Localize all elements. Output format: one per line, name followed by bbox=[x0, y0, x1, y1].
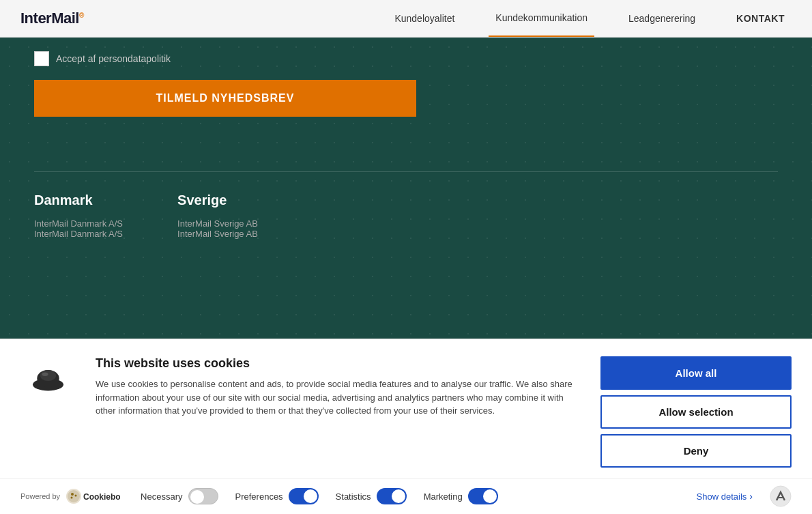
allow-selection-button[interactable]: Allow selection bbox=[600, 395, 792, 429]
site-logo: InterMail® bbox=[20, 10, 84, 27]
toggle-marketing[interactable] bbox=[468, 488, 498, 504]
toggle-label-statistics: Statistics bbox=[336, 491, 371, 502]
footer-sweden-line2: InterMail Sverige AB bbox=[177, 229, 258, 239]
svg-text:Cookiebot: Cookiebot bbox=[83, 492, 120, 502]
svg-point-10 bbox=[770, 486, 791, 506]
nav-kundekommunikation[interactable]: Kundekommunikation bbox=[489, 0, 594, 37]
cookie-buttons: Allow all Allow selection Deny bbox=[600, 356, 792, 468]
privacy-checkbox[interactable] bbox=[34, 51, 49, 66]
toggle-label-necessary: Necessary bbox=[141, 491, 182, 502]
toggle-label-preferences: Preferences bbox=[235, 491, 283, 502]
cookie-main: This website uses cookies We use cookies… bbox=[0, 339, 812, 479]
cookie-title: This website uses cookies bbox=[96, 356, 580, 371]
cookie-toggles: Necessary Preferences Statistics bbox=[141, 485, 792, 507]
footer-denmark-line2: InterMail Danmark A/S bbox=[34, 229, 123, 239]
allow-all-button[interactable]: Allow all bbox=[600, 356, 792, 390]
subscribe-button[interactable]: TILMELD NYHEDSBREV bbox=[34, 80, 416, 117]
main-content: Accept af persondatapolitik TILMELD NYHE… bbox=[0, 38, 812, 514]
checkbox-row: Accept af persondatapolitik bbox=[34, 51, 778, 66]
privacy-label: Accept af persondatapolitik bbox=[56, 53, 171, 64]
cookiebot-branding: Powered by Cookiebot bbox=[20, 487, 120, 506]
cookie-footer: Powered by Cookiebot Necessary bbox=[0, 479, 812, 514]
toggle-preferences[interactable] bbox=[289, 488, 319, 504]
svg-point-2 bbox=[40, 370, 55, 381]
toggle-statistics[interactable] bbox=[377, 488, 407, 504]
nav-kundeloyalitet[interactable]: Kundeloyalitet bbox=[388, 1, 461, 36]
svg-point-5 bbox=[68, 490, 80, 502]
cookiebot-logo: Cookiebot bbox=[66, 487, 120, 506]
cookie-consent-overlay: This website uses cookies We use cookies… bbox=[0, 339, 812, 514]
nav-links: Kundeloyalitet Kundekommunikation Leadge… bbox=[388, 0, 792, 37]
navbar: InterMail® Kundeloyalitet Kundekommunika… bbox=[0, 0, 812, 38]
revain-area bbox=[770, 485, 792, 507]
footer-sweden-heading: Sverige bbox=[177, 192, 258, 208]
toggle-group-necessary: Necessary bbox=[141, 488, 218, 504]
toggle-necessary[interactable] bbox=[188, 488, 218, 504]
footer-sweden-line1: InterMail Sverige AB bbox=[177, 218, 258, 229]
chevron-right-icon: › bbox=[749, 491, 753, 502]
cookie-brand-icon bbox=[29, 363, 67, 394]
nav-kontakt[interactable]: KONTAKT bbox=[729, 1, 792, 36]
footer-region: Danmark InterMail Danmark A/S InterMail … bbox=[0, 172, 812, 259]
nav-leadgenerering[interactable]: Leadgenerering bbox=[622, 1, 702, 36]
deny-button[interactable]: Deny bbox=[600, 434, 792, 468]
toggle-group-preferences: Preferences bbox=[235, 488, 319, 504]
cookie-text-area: This website uses cookies We use cookies… bbox=[96, 356, 580, 418]
cookie-logo-area bbox=[20, 363, 75, 394]
form-section: Accept af persondatapolitik TILMELD NYHE… bbox=[0, 38, 812, 130]
svg-point-8 bbox=[71, 497, 73, 499]
show-details-link[interactable]: Show details › bbox=[697, 491, 753, 502]
footer-col-sweden: Sverige InterMail Sverige AB InterMail S… bbox=[177, 192, 258, 239]
toggle-label-marketing: Marketing bbox=[424, 491, 463, 502]
svg-point-3 bbox=[42, 373, 48, 376]
show-details-label: Show details bbox=[697, 491, 747, 502]
toggle-group-statistics: Statistics bbox=[336, 488, 407, 504]
cookie-description: We use cookies to personalise content an… bbox=[96, 377, 580, 418]
powered-by-label: Powered by bbox=[20, 492, 60, 500]
toggle-group-marketing: Marketing bbox=[424, 488, 498, 504]
footer-col-denmark: Danmark InterMail Danmark A/S InterMail … bbox=[34, 192, 123, 239]
svg-point-6 bbox=[71, 493, 74, 496]
revain-icon bbox=[770, 485, 792, 507]
svg-point-7 bbox=[75, 495, 77, 497]
footer-denmark-heading: Danmark bbox=[34, 192, 123, 208]
footer-denmark-line1: InterMail Danmark A/S bbox=[34, 218, 123, 229]
